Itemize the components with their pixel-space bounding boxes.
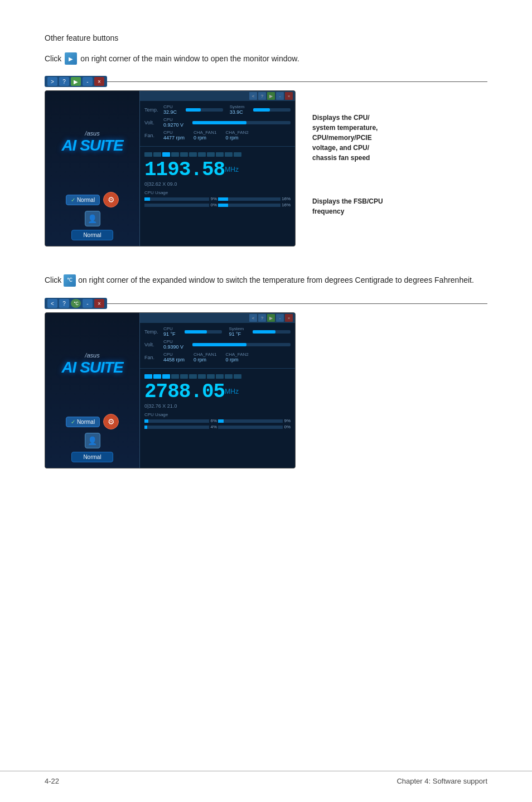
stats-section-2: Temp. CPU 91 °F System 91 °F	[140, 323, 295, 369]
volt-bar-1	[192, 121, 291, 124]
volt-row-1: Volt. CPU 0.9270 V	[144, 117, 291, 128]
toolbar2-btn-arrow[interactable]: <	[47, 299, 57, 308]
label2: Displays the FSB/CPUfrequency	[312, 196, 383, 216]
cpu-bars-1: 9% 16% 0%	[144, 196, 291, 207]
inner-btn-min[interactable]: -	[276, 92, 284, 100]
click2-text: Click	[45, 276, 64, 284]
inner-topbar-2: < ? ▶ - ×	[140, 313, 295, 323]
toolbar2-btn-min[interactable]: -	[83, 299, 93, 308]
asus-controls-1: ✓ Normal ⚙ 👤 Normal	[51, 192, 134, 240]
asus-controls-2: ✓ Normal ⚙ 👤 Normal	[51, 414, 134, 462]
freq-section-2: 2788.05MHz 0|32.76 X 21.0 CPU Usage 6%	[140, 369, 295, 435]
cpu-bar2-row-2: 4%	[144, 424, 217, 429]
freq-display-1: 1193.58MHz	[144, 160, 291, 180]
inner-btn-q[interactable]: ?	[258, 92, 266, 100]
sys-temp-bar-2	[253, 330, 291, 334]
ctrl-row-1: ✓ Normal ⚙	[66, 192, 119, 207]
inner2-btn-q[interactable]: ?	[258, 314, 266, 322]
gear-btn-2[interactable]: ⚙	[103, 414, 119, 429]
mode-label-2: Normal	[71, 452, 113, 462]
toolbar-btn-close[interactable]: ×	[94, 77, 104, 86]
footer-left: 4-22	[45, 777, 59, 785]
cpu-usage-2: CPU Usage 6% 9%	[144, 412, 291, 429]
toolbar-btn-q[interactable]: ?	[59, 77, 69, 86]
fan-row-2: Fan. CPU 4458 rpm CHA_FAN1 0 rpm CHA_FAN…	[144, 352, 291, 363]
freq-sub-1: 0|32.62 X 09.0	[144, 181, 291, 187]
inner-btn-play[interactable]: ▶	[267, 92, 275, 100]
left-panel-1: /asus AI SUITE ✓ Normal ⚙ 👤	[45, 91, 140, 246]
cpu-volt-1: CPU 0.9270 V	[163, 117, 183, 128]
toolbar-btn-min[interactable]: -	[83, 77, 93, 86]
cpu-volt-2: CPU 0.9390 V	[163, 339, 183, 350]
cpu-temp-bar-2	[185, 330, 223, 334]
asus-window-2: /asus AI SUITE ✓ Normal ⚙ 👤 Normal	[45, 312, 296, 468]
sys-temp-bar-1	[253, 108, 291, 112]
asus-suite-2: AI SUITE	[61, 360, 123, 375]
sys-temp-1: System 33.9C	[230, 104, 245, 115]
toolbar2-btn-temp[interactable]: ℃	[71, 299, 81, 308]
cpu-bar2-row-1: 9%	[218, 418, 291, 423]
freq-display-2: 2788.05MHz	[144, 382, 291, 402]
ctrl2-row-2: 👤	[85, 433, 100, 448]
label1: Displays the CPU/system temperature,CPU/…	[312, 113, 383, 163]
page-footer: 4-22 Chapter 4: Software support	[0, 771, 532, 785]
fan-row-1: Fan. CPU 4477 rpm CHA_FAN1 0 rpm CHA_FAN…	[144, 130, 291, 141]
gear-btn-1[interactable]: ⚙	[103, 192, 119, 207]
cpu-bar-row-1: 16%	[218, 196, 291, 201]
right-panel-1: < ? ▶ - × Temp. CPU 32.9C	[140, 91, 295, 246]
asus-logo-1: /asus	[85, 130, 99, 137]
monitor-icon-btn[interactable]	[65, 52, 77, 65]
inner-btn-x[interactable]: ×	[285, 92, 293, 100]
person-btn-2[interactable]: 👤	[85, 433, 100, 448]
click2-wrapper: Click on right corner of the expanded wi…	[45, 274, 487, 287]
mode-label-1: Normal	[71, 230, 113, 240]
stats-section-1: Temp. CPU 32.9C System 33.9C	[140, 101, 295, 147]
asus-logo-2: /asus	[85, 352, 99, 359]
page-content: Other feature buttons Click on right cor…	[0, 0, 532, 524]
click2-suffix: on right corner of the expanded window t…	[78, 276, 474, 284]
freq-sub-2: 0|32.76 X 21.0	[144, 403, 291, 409]
cha-fan2-1: CHA_FAN2 0 rpm	[225, 130, 248, 141]
freq-section-1: 1193.58MHz 0|32.62 X 09.0 CPU Usage 9%	[140, 147, 295, 213]
inner-btn-lt[interactable]: <	[249, 92, 257, 100]
cha-fan1-1: CHA_FAN1 0 rpm	[194, 130, 216, 141]
inner2-btn-play[interactable]: ▶	[267, 314, 275, 322]
toolbar2-btn-q[interactable]: ?	[59, 299, 69, 308]
cpu-bar-row-2: 0%	[144, 202, 217, 207]
normal-btn-2[interactable]: ✓ Normal	[66, 417, 100, 427]
temp-switch-btn[interactable]	[64, 274, 76, 287]
freq-dots-1	[144, 152, 291, 157]
inner2-btn-min[interactable]: -	[276, 314, 284, 322]
section-title: Other feature buttons	[45, 33, 487, 42]
click1-text: Click	[45, 54, 61, 63]
click1-suffix: on right corner of the main window to op…	[80, 54, 299, 63]
normal-btn-1[interactable]: ✓ Normal	[66, 195, 100, 205]
cha-fan1-2: CHA_FAN1 0 rpm	[194, 352, 216, 363]
freq-dots-2	[144, 374, 291, 379]
right-panel-2: < ? ▶ - × Temp. CPU 91 °F	[140, 313, 295, 468]
ctrl2-row-1: ✓ Normal ⚙	[66, 414, 119, 429]
cpu-bar-row-3: 16%	[218, 202, 291, 207]
toolbar2-btn-close[interactable]: ×	[94, 299, 104, 308]
inner2-btn-x[interactable]: ×	[285, 314, 293, 322]
window2-area: < ? ℃ - × /asus AI SUITE ✓	[45, 298, 487, 468]
inner2-btn-lt[interactable]: <	[249, 314, 257, 322]
toolbar-btn-play[interactable]: ▶	[71, 77, 81, 86]
toolbar-btn-arrow[interactable]: >	[47, 77, 57, 86]
temp-row-1: Temp. CPU 32.9C System 33.9C	[144, 104, 291, 115]
click2-instruction: Click on right corner of the expanded wi…	[45, 274, 487, 287]
inner-topbar-1: < ? ▶ - ×	[140, 91, 295, 101]
cpu-fan-2: CPU 4458 rpm	[163, 352, 185, 363]
cpu-bar2-row-0: 6%	[144, 418, 217, 423]
ctrl-row-2: 👤	[85, 211, 100, 226]
cpu-usage-1: CPU Usage 9% 16%	[144, 190, 291, 207]
window1-area: > ? ▶ - × /asus AI SUITE	[45, 76, 487, 247]
volt-row-2: Volt. CPU 0.9390 V	[144, 339, 291, 350]
cpu-temp-1: CPU 32.9C	[163, 104, 177, 115]
person-btn-1[interactable]: 👤	[85, 211, 100, 226]
sys-temp-2: System 91 °F	[229, 326, 244, 337]
asus-suite-1: AI SUITE	[61, 138, 123, 153]
left-panel-2: /asus AI SUITE ✓ Normal ⚙ 👤 Normal	[45, 313, 140, 468]
cha-fan2-2: CHA_FAN2 0 rpm	[225, 352, 248, 363]
click1-instruction: Click on right corner of the main window…	[45, 52, 487, 65]
